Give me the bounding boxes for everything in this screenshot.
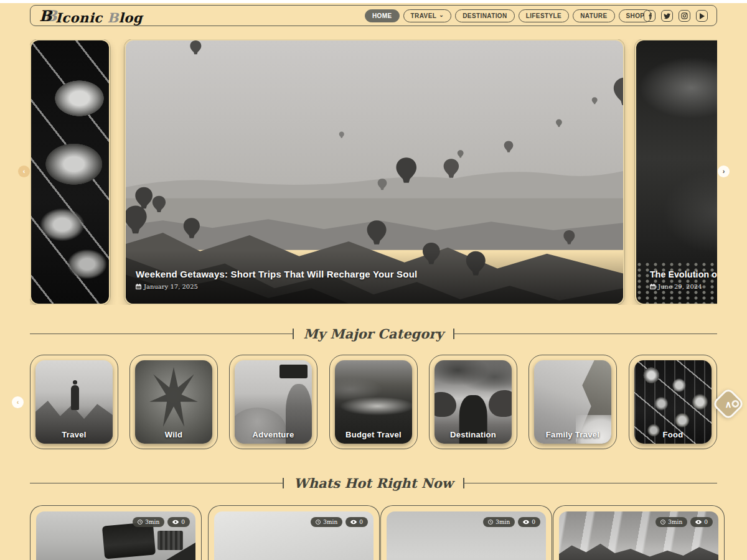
main-nav: HOME TRAVEL⌄ DESTINATION LIFESTYLE NATUR… xyxy=(365,9,652,22)
hero-caption: Weekend Getaways: Short Trips That Will … xyxy=(136,269,417,290)
hero-carousel: Weekend Getaways: Short Trips That Will … xyxy=(30,39,717,305)
category-photo-adventure: Adventure xyxy=(235,360,312,444)
category-card-budget-travel[interactable]: Budget Travel xyxy=(329,355,418,449)
hero-photo-skewers xyxy=(31,40,109,304)
calendar-icon xyxy=(136,284,141,289)
hero-slide-next[interactable]: The Evolution of June 29, 2024 xyxy=(635,39,717,305)
roof-box-shape xyxy=(280,365,308,379)
hot-post-card[interactable]: 3min 0 xyxy=(553,505,725,560)
clock-icon xyxy=(138,520,143,525)
category-prev-button[interactable]: ‹ xyxy=(12,396,24,408)
category-card-travel[interactable]: Travel xyxy=(30,355,118,449)
views-badge: 0 xyxy=(167,517,190,527)
hiker-shape xyxy=(71,385,79,410)
hot-post-photo: 3min 0 xyxy=(387,511,546,560)
read-time-badge: 3min xyxy=(133,517,164,527)
hero-slide-current[interactable]: Weekend Getaways: Short Trips That Will … xyxy=(125,39,624,305)
eye-icon xyxy=(350,520,357,525)
categories-heading-text: My Major Category xyxy=(304,326,444,342)
hot-post-photo: 3min 0 xyxy=(36,511,195,560)
post-badges: 3min 0 xyxy=(655,517,713,527)
hero-post-date-text: January 17, 2025 xyxy=(144,283,198,290)
carousel-prev-button[interactable]: ‹ xyxy=(18,166,30,177)
hot-post-card[interactable]: 3min 0 xyxy=(380,505,552,560)
post-badges: 3min 0 xyxy=(133,517,190,527)
nav-item-nature[interactable]: NATURE xyxy=(573,9,614,22)
category-label: Adventure xyxy=(235,430,312,439)
category-card-family-travel[interactable]: Family Travel xyxy=(529,355,617,449)
next-post-title[interactable]: The Evolution of xyxy=(650,269,717,279)
category-label: Wild xyxy=(135,430,212,439)
category-photo-family-travel: Family Travel xyxy=(534,360,611,444)
logo-word-rest: log xyxy=(119,10,143,26)
views-badge: 0 xyxy=(518,517,540,527)
logo-monogram: B B xyxy=(39,6,55,22)
header-bar: B B Iconic Blog HOME TRAVEL⌄ DESTINATION… xyxy=(30,5,717,26)
post-badges: 3min 0 xyxy=(483,517,540,527)
read-time-badge: 3min xyxy=(655,517,687,527)
hot-posts-row: 3min 0 3min 0 xyxy=(30,505,717,560)
category-carousel: Travel Wild Adventure Budget Travel xyxy=(30,355,717,449)
hiker-shape xyxy=(73,380,77,385)
categories-heading: My Major Category xyxy=(30,326,717,342)
category-label: Destination xyxy=(435,430,512,439)
carousel-next-button[interactable]: › xyxy=(718,166,730,177)
views-count-text: 0 xyxy=(704,519,708,525)
nav-label: NATURE xyxy=(580,12,607,19)
facebook-button[interactable] xyxy=(644,10,655,22)
calendar-icon xyxy=(650,284,655,289)
eye-icon xyxy=(172,520,179,525)
hot-post-photo: 3min 0 xyxy=(559,511,718,560)
cooler-box-shape xyxy=(101,522,155,559)
logo-wordmark: Iconic Blog xyxy=(55,10,143,26)
category-label: Family Travel xyxy=(534,430,611,439)
nav-item-home[interactable]: HOME xyxy=(365,9,400,22)
site-logo[interactable]: B B Iconic Blog xyxy=(39,6,143,26)
twitter-button[interactable] xyxy=(661,10,673,22)
read-time-badge: 3min xyxy=(311,517,342,527)
category-photo-food: Food xyxy=(634,360,712,444)
page: B B Iconic Blog HOME TRAVEL⌄ DESTINATION… xyxy=(0,0,747,560)
views-count-text: 0 xyxy=(359,519,363,525)
social-links xyxy=(644,10,708,22)
hot-post-card[interactable]: 3min 0 xyxy=(30,505,202,560)
category-photo-travel: Travel xyxy=(35,360,113,444)
hot-heading: Whats Hot Right Now xyxy=(30,475,717,491)
youtube-button[interactable] xyxy=(696,10,708,22)
hero-photo-evolution xyxy=(636,40,717,304)
logo-monogram-front: B xyxy=(39,7,52,25)
views-count-text: 0 xyxy=(532,519,535,525)
category-label: Food xyxy=(634,430,712,439)
post-badges: 3min 0 xyxy=(311,517,368,527)
heading-rule-left xyxy=(30,334,293,334)
category-label: Budget Travel xyxy=(335,430,412,439)
eye-icon xyxy=(523,520,529,525)
clock-icon xyxy=(660,520,665,525)
category-card-food[interactable]: Food xyxy=(629,355,717,449)
hero-post-title[interactable]: Weekend Getaways: Short Trips That Will … xyxy=(136,269,417,279)
nav-label: HOME xyxy=(372,12,392,19)
read-time-text: 3min xyxy=(323,519,337,525)
nav-item-destination[interactable]: DESTINATION xyxy=(455,9,514,22)
heading-bar-left xyxy=(293,329,294,339)
nav-item-lifestyle[interactable]: LIFESTYLE xyxy=(519,9,570,22)
views-count-text: 0 xyxy=(181,519,185,525)
balloon-landscape-graphic xyxy=(126,40,623,304)
logo-word-black: Iconic xyxy=(55,10,107,26)
instagram-icon xyxy=(681,12,688,19)
twitter-icon xyxy=(664,13,670,19)
category-card-destination[interactable]: Destination xyxy=(429,355,517,449)
category-photo-destination: Destination xyxy=(435,360,512,444)
hero-photo-balloons xyxy=(126,40,623,304)
category-card-wild[interactable]: Wild xyxy=(129,355,218,449)
nav-item-travel[interactable]: TRAVEL⌄ xyxy=(403,9,452,22)
nav-label: LIFESTYLE xyxy=(526,12,562,19)
hero-slide-previous[interactable] xyxy=(30,39,110,305)
hot-heading-text: Whats Hot Right Now xyxy=(294,475,453,491)
hot-post-card[interactable]: 3min 0 xyxy=(208,505,380,560)
leaf-shape xyxy=(149,367,198,427)
views-badge: 0 xyxy=(690,517,713,527)
category-card-adventure[interactable]: Adventure xyxy=(229,355,317,449)
instagram-button[interactable] xyxy=(679,10,690,22)
nav-label: SHOP xyxy=(626,12,645,19)
